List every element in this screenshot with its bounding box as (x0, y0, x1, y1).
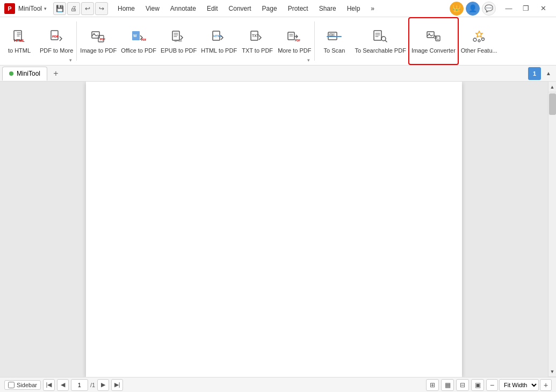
html-to-pdf-icon: HTML (211, 28, 228, 45)
quick-access: 💾 🖨 ↩ ↪ (53, 2, 108, 15)
page-number-input[interactable] (71, 379, 88, 391)
nav-next-button[interactable]: ▶ (97, 379, 109, 391)
toolbar-html-to-pdf[interactable]: HTMLHTML to PDF (199, 17, 239, 65)
upgrade-button[interactable]: 👑 (450, 2, 464, 16)
toolbar-more-to-pdf[interactable]: PDFMore to PDF (276, 17, 313, 65)
more-to-pdf-icon: PDF (286, 28, 303, 45)
nav-first-button[interactable]: |◀ (43, 379, 55, 391)
nav-prev-button[interactable]: ◀ (57, 379, 69, 391)
image-converter-icon (425, 28, 442, 45)
menu-item-home[interactable]: Home (112, 3, 140, 14)
redo-button[interactable]: ↪ (95, 2, 108, 15)
scroll-down-arrow[interactable]: ▼ (548, 366, 557, 377)
maximize-button[interactable]: ❐ (517, 1, 535, 16)
toolbar-to-html[interactable]: HTMLto HTML (1, 17, 38, 65)
to-html-label: to HTML (8, 47, 31, 54)
zoom-control: − Fit Width 50% 75% 100% 125% 150% 200% … (486, 379, 552, 391)
svg-rect-23 (427, 32, 434, 38)
page-canvas (86, 82, 462, 377)
title-bar: P MiniTool ▾ 💾 🖨 ↩ ↪ HomeViewAnnotateEdi… (0, 0, 556, 17)
status-bar: Sidebar |◀ ◀ /1 ▶ ▶| ⊞ ▦ ⊟ ▣ − Fit Width… (0, 377, 556, 392)
app-title: MiniTool (18, 5, 42, 12)
menu-item-help[interactable]: Help (342, 3, 366, 14)
image-converter-label: Image Converter (411, 47, 456, 54)
toolbar-to-scan[interactable]: To Scan (316, 17, 352, 65)
tab-label: MiniTool (17, 70, 40, 77)
zoom-in-button[interactable]: + (540, 379, 552, 391)
image-to-pdf-label: Image to PDF (80, 47, 117, 54)
menu-item-view[interactable]: View (140, 3, 165, 14)
view-scroll-button[interactable]: ⊟ (456, 379, 469, 391)
toolbar-divider-7 (314, 21, 315, 61)
menu-item-edit[interactable]: Edit (201, 3, 223, 14)
svg-point-28 (478, 40, 480, 42)
title-bar-right: 👑 👤 💬 (450, 2, 496, 16)
zoom-select[interactable]: Fit Width 50% 75% 100% 125% 150% 200% (499, 379, 539, 391)
tab-dot (9, 71, 13, 76)
zoom-out-button[interactable]: − (486, 379, 498, 391)
txt-to-pdf-label: TXT to PDF (242, 47, 273, 54)
view-double-button[interactable]: ▦ (441, 379, 454, 391)
toolbar-pdf-to-more[interactable]: PDFPDF to More (38, 17, 75, 65)
menu-item-[interactable]: » (365, 3, 380, 14)
toolbar-image-to-pdf[interactable]: PDFImage to PDF (78, 17, 119, 65)
scroll-thumb[interactable] (549, 93, 556, 115)
tab-bar: MiniTool + 1 ▲ (0, 66, 556, 82)
svg-point-29 (481, 38, 484, 40)
image-to-pdf-icon: PDF (90, 28, 107, 45)
menu-item-page[interactable]: Page (257, 3, 283, 14)
nav-last-button[interactable]: ▶| (111, 379, 123, 391)
to-scan-label: To Scan (324, 47, 345, 54)
office-to-pdf-label: Office to PDF (121, 47, 156, 54)
menu-item-share[interactable]: Share (314, 3, 342, 14)
svg-text:PDF: PDF (295, 39, 300, 42)
main-area: ▲ ▼ (0, 82, 556, 377)
right-scrollbar: ▲ ▼ (548, 82, 556, 377)
sidebar-toggle[interactable]: Sidebar (4, 380, 41, 390)
tab-minitool[interactable]: MiniTool (2, 67, 47, 81)
svg-rect-21 (374, 31, 381, 40)
scroll-track[interactable] (548, 92, 556, 366)
sidebar-checkbox[interactable] (8, 382, 15, 388)
close-button[interactable]: ✕ (535, 1, 552, 16)
canvas-area (0, 82, 548, 377)
svg-text:TXT: TXT (252, 34, 259, 38)
toolbar-txt-to-pdf[interactable]: TXTTXT to PDF (239, 17, 276, 65)
toolbar-epub-to-pdf[interactable]: EPUBEPUB to PDF (158, 17, 199, 65)
menu-item-protect[interactable]: Protect (283, 3, 314, 14)
menu-item-convert[interactable]: Convert (223, 3, 257, 14)
print-button[interactable]: 🖨 (67, 2, 80, 15)
minimize-button[interactable]: — (500, 1, 517, 16)
view-grid-button[interactable]: ▣ (471, 379, 484, 391)
svg-point-27 (473, 38, 476, 41)
save-button[interactable]: 💾 (53, 2, 66, 15)
pdf-to-more-label: PDF to More (40, 47, 73, 54)
scroll-up-arrow[interactable]: ▲ (548, 82, 557, 92)
toolbar: HTMLto HTMLPDFPDF to MorePDFImage to PDF… (0, 17, 556, 66)
menu-item-annotate[interactable]: Annotate (165, 3, 201, 14)
add-tab-button[interactable]: + (49, 67, 62, 80)
menu-bar: HomeViewAnnotateEditConvertPageProtectSh… (112, 3, 380, 14)
toolbar-other-features[interactable]: Other Featu... (459, 17, 500, 65)
user-button[interactable]: 👤 (466, 2, 480, 16)
to-searchable-pdf-icon (372, 28, 389, 45)
to-scan-icon (326, 28, 343, 45)
title-dropdown-arrow[interactable]: ▾ (44, 6, 47, 11)
view-single-button[interactable]: ⊞ (426, 379, 439, 391)
toolbar-image-converter[interactable]: Image Converter (408, 17, 459, 65)
svg-rect-20 (330, 34, 332, 36)
chat-button[interactable]: 💬 (482, 2, 496, 16)
office-to-pdf-icon: WPDF (130, 28, 147, 45)
undo-button[interactable]: ↩ (81, 2, 94, 15)
toolbar-to-searchable-pdf[interactable]: To Searchable PDF (352, 17, 408, 65)
tab-scroll-up[interactable]: ▲ (543, 68, 554, 79)
to-html-icon: HTML (11, 28, 28, 45)
html-to-pdf-label: HTML to PDF (201, 47, 237, 54)
svg-point-26 (436, 37, 437, 38)
svg-text:PDF: PDF (52, 35, 59, 38)
other-features-label: Other Featu... (461, 47, 497, 54)
svg-text:PDF: PDF (100, 38, 105, 41)
toolbar-office-to-pdf[interactable]: WPDFOffice to PDF (119, 17, 158, 65)
epub-to-pdf-icon: EPUB (170, 28, 187, 45)
to-searchable-pdf-label: To Searchable PDF (355, 47, 406, 54)
